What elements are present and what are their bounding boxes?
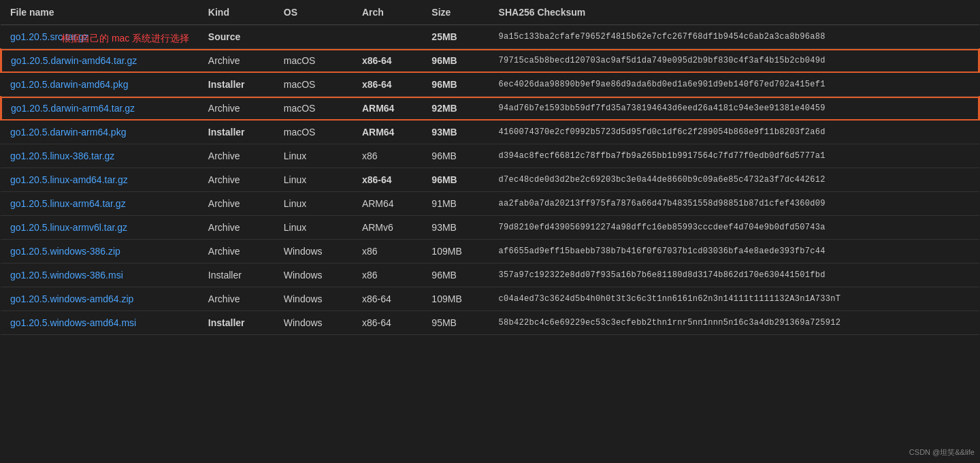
cell-arch: x86-64	[353, 311, 422, 335]
cell-arch: ARM64	[353, 121, 422, 144]
cell-filename[interactable]: go1.20.5.windows-386.zip	[1, 240, 199, 264]
cell-filename[interactable]: go1.20.5.linux-386.tar.gz	[1, 144, 199, 168]
table-body: go1.20.5.src.tar.gzSource25MB9a15c133ba2…	[1, 25, 979, 335]
col-os: OS	[274, 0, 353, 25]
cell-arch: x86	[353, 264, 422, 287]
cell-arch	[353, 25, 422, 49]
cell-arch: x86-64	[353, 73, 422, 97]
cell-os: Linux	[274, 216, 353, 240]
cell-size: 96MB	[422, 144, 489, 168]
table-row: go1.20.5.windows-amd64.zipArchiveWindows…	[1, 287, 979, 311]
downloads-table: File name Kind OS Arch Size SHA256 Check…	[0, 0, 980, 335]
cell-checksum: d7ec48cde0d3d2be2c69203bc3e0a44de8660b9c…	[489, 168, 979, 192]
table-row: go1.20.5.darwin-arm64.tar.gzArchivemacOS…	[1, 97, 979, 121]
cell-os: Linux	[274, 168, 353, 192]
cell-size: 93MB	[422, 121, 489, 144]
cell-filename[interactable]: go1.20.5.darwin-arm64.pkg	[1, 121, 199, 144]
cell-arch: x86-64	[353, 168, 422, 192]
cell-os: Windows	[274, 240, 353, 264]
cell-os: Windows	[274, 311, 353, 335]
cell-filename[interactable]: go1.20.5.windows-amd64.msi	[1, 311, 199, 335]
table-row: go1.20.5.linux-arm64.tar.gzArchiveLinuxA…	[1, 192, 979, 216]
table-row: go1.20.5.darwin-amd64.tar.gzArchivemacOS…	[1, 49, 979, 73]
cell-os: macOS	[274, 73, 353, 97]
cell-checksum: 4160074370e2cf0992b5723d5d95fd0c1df6c2f2…	[489, 121, 979, 144]
cell-size: 109MB	[422, 287, 489, 311]
cell-filename[interactable]: go1.20.5.linux-arm64.tar.gz	[1, 192, 199, 216]
cell-kind: Archive	[199, 49, 274, 73]
cell-size: 109MB	[422, 240, 489, 264]
cell-os: Linux	[274, 144, 353, 168]
cell-checksum: c04a4ed73c3624d5b4h0h0t3t3c6c3t1nn6161n6…	[489, 287, 979, 311]
cell-kind: Installer	[199, 311, 274, 335]
table-row: go1.20.5.windows-386.zipArchiveWindowsx8…	[1, 240, 979, 264]
cell-size: 91MB	[422, 192, 489, 216]
cell-arch: x86	[353, 240, 422, 264]
table-row: go1.20.5.src.tar.gzSource25MB9a15c133ba2…	[1, 25, 979, 49]
table-row: go1.20.5.linux-386.tar.gzArchiveLinuxx86…	[1, 144, 979, 168]
cell-filename[interactable]: go1.20.5.darwin-arm64.tar.gz	[1, 97, 199, 121]
table-row: go1.20.5.windows-386.msiInstallerWindows…	[1, 264, 979, 287]
cell-checksum: 58b422bc4c6e69229ec53c3ecfebb2thn1rnr5nn…	[489, 311, 979, 335]
cell-checksum: 79d8210efd4390569912274a98dffc16eb85993c…	[489, 216, 979, 240]
cell-arch: ARM64	[353, 97, 422, 121]
cell-checksum: 357a97c192322e8dd07f935a16b7b6e81180d8d3…	[489, 264, 979, 287]
table-row: go1.20.5.darwin-arm64.pkgInstallermacOSA…	[1, 121, 979, 144]
table-row: go1.20.5.darwin-amd64.pkgInstallermacOSx…	[1, 73, 979, 97]
cell-os: Linux	[274, 192, 353, 216]
cell-filename[interactable]: go1.20.5.windows-386.msi	[1, 264, 199, 287]
cell-os: macOS	[274, 97, 353, 121]
download-table-container: 根据自己的 mac 系统进行选择 File name Kind OS Arch …	[0, 0, 980, 335]
cell-size: 96MB	[422, 168, 489, 192]
cell-size: 25MB	[422, 25, 489, 49]
header-row: File name Kind OS Arch Size SHA256 Check…	[1, 0, 979, 25]
cell-kind: Archive	[199, 216, 274, 240]
cell-kind: Archive	[199, 144, 274, 168]
cell-os	[274, 25, 353, 49]
cell-size: 96MB	[422, 73, 489, 97]
cell-os: Windows	[274, 264, 353, 287]
cell-size: 93MB	[422, 216, 489, 240]
cell-checksum: 9a15c133ba2cfafe79652f4815b62e7cfc267f68…	[489, 25, 979, 49]
col-filename: File name	[1, 0, 199, 25]
cell-checksum: 94ad76b7e1593bb59df7fd35a738194643d6eed2…	[489, 97, 979, 121]
cell-kind: Installer	[199, 73, 274, 97]
cell-checksum: 6ec4026daa98890b9ef9ae86d9ada6bd0ed1a6e9…	[489, 73, 979, 97]
col-kind: Kind	[199, 0, 274, 25]
cell-size: 96MB	[422, 49, 489, 73]
cell-filename[interactable]: go1.20.5.windows-amd64.zip	[1, 287, 199, 311]
col-size: Size	[422, 0, 489, 25]
cell-checksum: 79715ca5b8becd120703ac9af5d1da749e095d2b…	[489, 49, 979, 73]
cell-arch: x86-64	[353, 287, 422, 311]
cell-kind: Archive	[199, 192, 274, 216]
cell-arch: ARMv6	[353, 216, 422, 240]
cell-filename[interactable]: go1.20.5.darwin-amd64.tar.gz	[1, 49, 199, 73]
cell-kind: Installer	[199, 121, 274, 144]
cell-filename[interactable]: go1.20.5.linux-amd64.tar.gz	[1, 168, 199, 192]
cell-checksum: af6655ad9eff15baebb738b7b416f0f67037b1cd…	[489, 240, 979, 264]
watermark: CSDN @坦笑&&life	[909, 447, 975, 458]
cell-arch: x86	[353, 144, 422, 168]
cell-kind: Archive	[199, 287, 274, 311]
cell-checksum: d394ac8fecf66812c78ffba7fb9a265bb1b99175…	[489, 144, 979, 168]
cell-kind: Source	[199, 25, 274, 49]
cell-os: Windows	[274, 287, 353, 311]
col-arch: Arch	[353, 0, 422, 25]
table-row: go1.20.5.linux-armv6l.tar.gzArchiveLinux…	[1, 216, 979, 240]
cell-arch: x86-64	[353, 49, 422, 73]
cell-size: 95MB	[422, 311, 489, 335]
table-row: go1.20.5.linux-amd64.tar.gzArchiveLinuxx…	[1, 168, 979, 192]
cell-arch: ARM64	[353, 192, 422, 216]
cell-filename[interactable]: go1.20.5.src.tar.gz	[1, 25, 199, 49]
table-header: File name Kind OS Arch Size SHA256 Check…	[1, 0, 979, 25]
cell-kind: Installer	[199, 264, 274, 287]
col-checksum: SHA256 Checksum	[489, 0, 979, 25]
cell-size: 92MB	[422, 97, 489, 121]
cell-filename[interactable]: go1.20.5.darwin-amd64.pkg	[1, 73, 199, 97]
cell-filename[interactable]: go1.20.5.linux-armv6l.tar.gz	[1, 216, 199, 240]
cell-checksum: aa2fab0a7da20213ff975fa7876a66d47b483515…	[489, 192, 979, 216]
cell-os: macOS	[274, 121, 353, 144]
cell-kind: Archive	[199, 97, 274, 121]
table-row: go1.20.5.windows-amd64.msiInstallerWindo…	[1, 311, 979, 335]
cell-kind: Archive	[199, 240, 274, 264]
